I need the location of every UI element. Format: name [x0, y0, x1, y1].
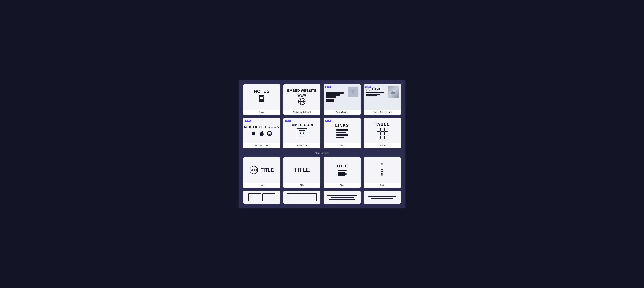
- card-thumb-two-col: [243, 191, 280, 204]
- card-label-table: Table: [364, 143, 401, 148]
- layouts-grid-row1: NOTES Notes: [243, 84, 401, 115]
- table-grid-icon: [376, 128, 388, 139]
- badge-new-links: NEW: [325, 120, 331, 122]
- layout-card-quote[interactable]: " " Quote: [364, 157, 401, 188]
- badge-new-action-button: NEW: [325, 86, 331, 88]
- text-title-word: TITLE: [336, 164, 348, 168]
- card-label-embed-code: Embed Code: [284, 143, 320, 148]
- notes-doc-icon: [258, 95, 266, 105]
- card-label-title: Title: [284, 183, 320, 188]
- layout-card-logo[interactable]: LOGO TITLE Logo: [243, 157, 280, 188]
- multiple-logos-icons: [251, 131, 272, 136]
- notes-thumb-title: NOTES: [254, 89, 270, 94]
- www-text: WWW: [298, 94, 306, 97]
- card-thumb-table: TABLE: [364, 118, 401, 143]
- layout-card-table[interactable]: TABLE Table: [364, 118, 401, 148]
- layout-card-wide[interactable]: [284, 191, 320, 204]
- layout-card-title[interactable]: TITLE Title: [284, 157, 320, 188]
- card-thumb-quote: " ": [364, 157, 401, 183]
- layout-card-embed-code[interactable]: NEW EMBED CODE Embed Code: [284, 118, 320, 148]
- links-lines: [336, 129, 348, 138]
- embed-code-icon: [297, 128, 307, 138]
- card-label-text: Text: [324, 183, 360, 188]
- embed-website-title: EMBED WEBSITE: [287, 89, 317, 93]
- card-label-links: Links: [324, 143, 360, 148]
- multiple-logos-title: MULTIPLE LOGOS: [244, 125, 279, 129]
- layout-card-action-button[interactable]: NEW Action Button: [324, 84, 360, 115]
- card-label-logo-text-image: Logo + Text + Image: [364, 110, 401, 115]
- logo-circle: LOGO: [250, 166, 258, 174]
- layout-card-two-col[interactable]: [243, 191, 280, 204]
- layout-card-text[interactable]: TITLE Text: [324, 157, 360, 188]
- svg-point-10: [352, 92, 353, 92]
- layouts-grid-row3: LOGO TITLE Logo TITLE Title: [243, 157, 401, 188]
- layout-card-embed-website[interactable]: EMBED WEBSITE WWW: [284, 84, 320, 115]
- layout-card-extra[interactable]: [364, 191, 401, 204]
- svg-rect-2: [260, 98, 263, 99]
- table-title: TABLE: [375, 122, 390, 127]
- text-content-lines: [338, 170, 347, 176]
- card-thumb-wide: [284, 191, 320, 204]
- card-thumb-embed-website: EMBED WEBSITE WWW: [284, 84, 320, 110]
- badge-new-embed-code: NEW: [285, 120, 291, 122]
- card-thumb-text: TITLE: [324, 157, 360, 183]
- modal-backdrop[interactable]: × NOTES: [0, 0, 644, 288]
- links-title: LINKS: [335, 123, 349, 128]
- embed-code-title: EMBED CODE: [290, 123, 314, 127]
- card-thumb-notes: NOTES: [243, 84, 280, 110]
- card-label-multiple-logos: Multiple Logos: [243, 143, 280, 148]
- card-thumb-extra: [364, 191, 401, 204]
- layout-card-notes[interactable]: NOTES Notes: [243, 84, 280, 115]
- layout-card-links[interactable]: NEW LINKS Links: [324, 118, 360, 148]
- title-only-word: TITLE: [294, 167, 310, 173]
- layouts-grid-row4-partial: [243, 191, 401, 204]
- card-label-quote: Quote: [364, 183, 401, 188]
- badge-new-logo-text-image: NEW: [365, 86, 372, 88]
- layout-card-multiple-logos[interactable]: NEW MULTIPLE LOGOS Multi: [243, 118, 280, 148]
- badge-new-multiple-logos: NEW: [245, 120, 251, 122]
- card-thumb-lines: [324, 191, 360, 204]
- quote-open-mark: ": [381, 162, 383, 168]
- layout-card-logo-text-image[interactable]: NEW LOGO TITLE: [364, 84, 401, 115]
- card-thumb-title: TITLE: [284, 157, 320, 183]
- quote-close-mark: ": [381, 175, 383, 178]
- layout-picker-modal: × NOTES: [238, 80, 406, 208]
- card-label-action-button: Action Button: [324, 110, 360, 115]
- layout-card-lines[interactable]: [324, 191, 360, 204]
- svg-rect-1: [260, 97, 263, 98]
- more-layouts-title: More Layouts: [243, 152, 401, 154]
- card-thumb-logo: LOGO TITLE: [243, 157, 280, 183]
- card-label-notes: Notes: [243, 110, 280, 115]
- svg-rect-3: [260, 100, 262, 100]
- svg-point-12: [392, 91, 393, 92]
- card-label-logo: Logo: [243, 183, 280, 188]
- layouts-grid-row2: NEW MULTIPLE LOGOS Multi: [243, 118, 401, 148]
- card-label-embed-website: Embed Website Url: [284, 110, 320, 115]
- logo-title-word: TITLE: [261, 167, 274, 173]
